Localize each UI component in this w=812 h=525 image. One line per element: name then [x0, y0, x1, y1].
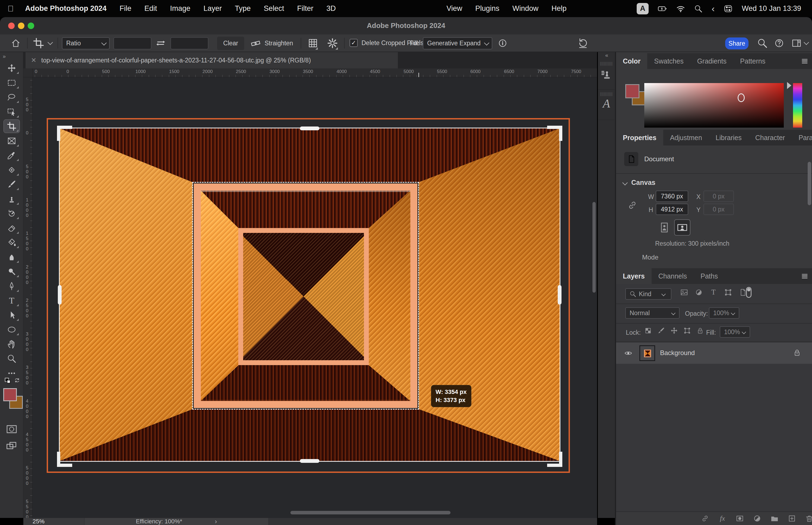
crop-handle-top-left[interactable] — [57, 126, 72, 141]
layer-filter-kind-select[interactable]: Kind — [625, 288, 671, 300]
canvas-viewport[interactable]: W: 3354 px H: 3373 px — [33, 77, 597, 518]
properties-character-tab[interactable]: Character — [749, 130, 792, 146]
dodge-tool[interactable] — [3, 265, 20, 278]
menu-select[interactable]: Select — [264, 4, 284, 13]
pen-tool[interactable] — [3, 279, 20, 293]
rectangular-marquee-tool[interactable] — [3, 76, 20, 90]
crop-ratio-height-input[interactable] — [170, 37, 209, 49]
status-chevron-icon[interactable]: › — [215, 518, 217, 525]
clone-stamp-tool[interactable] — [3, 192, 20, 206]
close-document-icon[interactable]: ✕ — [31, 57, 36, 64]
hue-slider-marker[interactable] — [787, 82, 791, 89]
fill-input[interactable]: 100% — [720, 326, 750, 338]
canvas-width-input[interactable]: 7360 px — [656, 191, 688, 202]
horizontal-ruler[interactable]: 0050010001500200025003000350040004500500… — [33, 69, 597, 77]
workspace-switcher-icon[interactable] — [791, 38, 802, 48]
menu-clock[interactable]: Wed 10 Jan 13:39 — [742, 4, 801, 13]
lock-transparency-icon[interactable] — [644, 327, 652, 334]
input-source-badge[interactable]: A — [637, 3, 649, 14]
blend-mode-select[interactable]: Normal — [625, 307, 679, 319]
lock-position-icon[interactable] — [670, 327, 678, 334]
eyedropper-tool[interactable] — [3, 149, 20, 162]
path-selection-tool[interactable] — [3, 309, 20, 322]
ellipse-tool[interactable] — [3, 323, 20, 336]
menu-edit[interactable]: Edit — [144, 4, 157, 13]
chevron-left-icon[interactable]: ‹ — [711, 3, 715, 14]
crop-overlay-options-icon[interactable] — [307, 38, 318, 49]
canvas-section-chevron-icon[interactable] — [622, 180, 628, 185]
foreground-color-swatch[interactable] — [3, 388, 17, 401]
crop-ratio-select[interactable]: Ratio — [62, 37, 110, 49]
photo-image[interactable] — [60, 129, 560, 461]
toolbar-expand-icon[interactable]: » — [3, 53, 23, 59]
workspace-chevron-icon[interactable] — [803, 40, 809, 45]
history-brush-tool[interactable] — [3, 207, 20, 220]
layer-visibility-eye-icon[interactable] — [624, 349, 632, 357]
app-menu-title[interactable]: Adobe Photoshop 2024 — [25, 4, 107, 13]
menu-window[interactable]: Window — [512, 4, 538, 13]
layer-row-background[interactable]: Background — [616, 343, 812, 364]
object-selection-tool[interactable] — [3, 105, 20, 119]
default-colors-icon[interactable] — [4, 377, 12, 385]
hue-strip[interactable] — [793, 83, 802, 127]
color-gradients-tab[interactable]: Gradients — [690, 53, 733, 69]
canvas-y-input[interactable]: 0 px — [703, 204, 734, 215]
canvas-x-input[interactable]: 0 px — [703, 191, 734, 202]
wifi-icon[interactable] — [676, 4, 685, 13]
fill-mode-select[interactable]: Generative Expand — [423, 37, 492, 49]
paint-bucket-tool[interactable] — [3, 236, 20, 249]
layers-channels-tab[interactable]: Channels — [652, 268, 694, 284]
layer-thumbnail[interactable] — [639, 345, 655, 361]
share-button[interactable]: Share — [725, 38, 749, 49]
panel-foreground-swatch[interactable] — [625, 84, 639, 98]
menu-file[interactable]: File — [120, 4, 132, 13]
lock-pixels-icon[interactable] — [657, 327, 665, 334]
vertical-ruler[interactable]: 5000500100015002000250030003500400045005… — [23, 77, 33, 518]
crop-handle-bottom-left[interactable] — [57, 452, 72, 467]
color-field-selector[interactable] — [738, 93, 745, 102]
crop-tool[interactable] — [3, 119, 20, 133]
spotlight-search-icon[interactable] — [694, 5, 702, 13]
type-tool[interactable]: T — [3, 294, 20, 307]
color-swatches-tab[interactable]: Swatches — [647, 53, 690, 69]
menu-layer[interactable]: Layer — [203, 4, 222, 13]
menu-filter[interactable]: Filter — [297, 4, 313, 13]
crop-preview-selection[interactable] — [192, 182, 419, 410]
battery-icon[interactable] — [658, 4, 667, 13]
color-menu-icon[interactable] — [772, 53, 812, 69]
vertical-scrollbar[interactable] — [593, 202, 596, 292]
frame-tool[interactable] — [3, 134, 20, 148]
quick-mask-icon[interactable] — [6, 423, 17, 435]
opacity-input[interactable]: 100% — [709, 307, 739, 319]
layers-layers-tab[interactable]: Layers — [616, 268, 652, 284]
menu-image[interactable]: Image — [170, 4, 190, 13]
zoom-tool[interactable] — [3, 352, 20, 365]
crop-settings-gear-icon[interactable] — [327, 38, 338, 49]
crop-handle-top[interactable] — [300, 126, 319, 130]
home-screen-icon[interactable] — [11, 38, 21, 48]
help-icon[interactable] — [774, 38, 784, 48]
layers-paths-tab[interactable]: Paths — [694, 268, 725, 284]
crop-handle-right[interactable] — [558, 285, 562, 304]
info-icon[interactable] — [498, 38, 507, 48]
new-group-icon[interactable] — [770, 514, 779, 523]
lasso-tool[interactable] — [3, 90, 20, 104]
portrait-orientation-button[interactable] — [658, 222, 670, 234]
properties-paragraph-tab[interactable]: Paragraph — [792, 130, 812, 146]
color-patterns-tab[interactable]: Patterns — [733, 53, 772, 69]
reset-crop-icon[interactable] — [578, 38, 588, 49]
history-panel-button[interactable]: |||||||||| — [598, 59, 615, 90]
crop-ratio-width-input[interactable] — [113, 37, 151, 49]
menu-view[interactable]: View — [446, 4, 462, 13]
control-center-icon[interactable] — [724, 4, 733, 13]
swap-colors-icon[interactable] — [13, 376, 21, 385]
panel-expand-icon[interactable]: « — [598, 52, 615, 59]
lock-all-icon[interactable] — [696, 327, 704, 334]
layers-menu-icon[interactable] — [725, 268, 812, 284]
swap-dimensions-icon[interactable] — [156, 38, 166, 48]
crop-handle-bottom-right[interactable] — [547, 452, 562, 467]
eraser-tool[interactable] — [3, 221, 20, 235]
tool-preset-chevron-icon[interactable] — [47, 40, 53, 45]
straighten-icon[interactable] — [250, 38, 261, 49]
menu-plugins[interactable]: Plugins — [475, 4, 499, 13]
